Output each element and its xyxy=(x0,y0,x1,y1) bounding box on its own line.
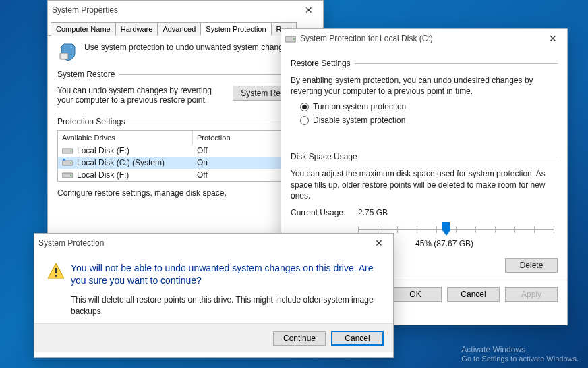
drive-protection: Off xyxy=(197,170,208,180)
tab-computer-name[interactable]: Computer Name xyxy=(51,22,116,36)
restore-desc: By enabling system protection, you can u… xyxy=(291,75,558,97)
disk-icon xyxy=(285,33,296,44)
protection-settings-label: Protection Settings xyxy=(57,117,125,126)
watermark-line2: Go to Settings to activate Windows. xyxy=(461,354,579,363)
restore-desc: You can undo system changes by reverting… xyxy=(57,86,233,105)
drive-protection: On xyxy=(197,158,208,167)
shield-icon xyxy=(57,43,79,61)
apply-button[interactable]: Apply xyxy=(505,287,558,302)
close-icon[interactable]: ✕ xyxy=(299,3,319,17)
confirm-heading: You will not be able to undo unwanted sy… xyxy=(71,262,381,286)
drive-name: Local Disk (F:) xyxy=(77,170,197,180)
activation-watermark: Activate Windows Go to Settings to activ… xyxy=(461,345,579,363)
disk-space-label: Disk Space Usage xyxy=(291,152,357,161)
cancel-button[interactable]: Cancel xyxy=(331,331,384,346)
current-usage-label: Current Usage: xyxy=(291,208,358,217)
drive-name: Local Disk (C:) (System) xyxy=(77,158,197,167)
svg-point-9 xyxy=(293,38,295,40)
continue-button[interactable]: Continue xyxy=(273,331,326,346)
confirm-dialog: System Protection ✕ You will not be able… xyxy=(34,233,394,358)
disk-icon xyxy=(62,147,73,155)
radio-label: Turn on system protection xyxy=(313,102,406,111)
titlebar[interactable]: System Properties ✕ xyxy=(48,1,323,20)
close-icon[interactable]: ✕ xyxy=(369,236,389,250)
disk-icon xyxy=(62,159,73,167)
svg-rect-10 xyxy=(55,268,57,273)
delete-button[interactable]: Delete xyxy=(505,258,558,273)
tab-hardware[interactable]: Hardware xyxy=(115,22,158,36)
table-row[interactable]: Local Disk (E:) Off xyxy=(58,144,313,157)
drives-table: Available Drives Protection Local Disk (… xyxy=(57,130,314,182)
svg-rect-11 xyxy=(55,275,57,277)
disk-desc: You can adjust the maximum disk space us… xyxy=(291,168,558,201)
restore-settings-label: Restore Settings xyxy=(291,59,351,68)
titlebar[interactable]: System Protection ✕ xyxy=(34,234,393,253)
window-title: System Properties xyxy=(52,5,118,15)
radio-turn-on[interactable]: Turn on system protection xyxy=(300,102,558,111)
radio-disable[interactable]: Disable system protection xyxy=(300,115,558,125)
configure-text: Configure restore settings, manage disk … xyxy=(57,188,314,198)
table-row[interactable]: Local Disk (F:) Off xyxy=(58,169,313,181)
window-title: System Protection xyxy=(38,238,104,248)
svg-point-2 xyxy=(70,151,71,152)
svg-rect-0 xyxy=(60,53,68,59)
col-drives[interactable]: Available Drives xyxy=(58,131,193,144)
drive-protection: Off xyxy=(197,146,208,155)
confirm-body: This will delete all restore points on t… xyxy=(71,294,381,316)
svg-rect-5 xyxy=(63,159,65,161)
ok-button[interactable]: OK xyxy=(389,287,442,302)
warning-icon xyxy=(47,262,65,281)
svg-point-7 xyxy=(70,175,71,176)
table-row[interactable]: Local Disk (C:) (System) On xyxy=(58,157,313,169)
current-usage-value: 2.75 GB xyxy=(358,208,388,217)
cancel-button[interactable]: Cancel xyxy=(447,287,500,302)
svg-point-4 xyxy=(70,163,71,164)
intro-text: Use system protection to undo unwanted s… xyxy=(84,43,294,52)
drive-name: Local Disk (E:) xyxy=(77,146,197,155)
disk-icon xyxy=(62,171,73,179)
tab-system-protection[interactable]: System Protection xyxy=(200,22,271,36)
close-icon[interactable]: ✕ xyxy=(543,32,563,45)
radio-label: Disable system protection xyxy=(313,115,405,125)
titlebar[interactable]: System Protection for Local Disk (C:) ✕ xyxy=(281,29,567,48)
tab-advanced[interactable]: Advanced xyxy=(157,22,201,36)
watermark-line1: Activate Windows xyxy=(461,345,579,354)
window-title: System Protection for Local Disk (C:) xyxy=(300,34,433,43)
system-restore-label: System Restore xyxy=(57,70,115,79)
